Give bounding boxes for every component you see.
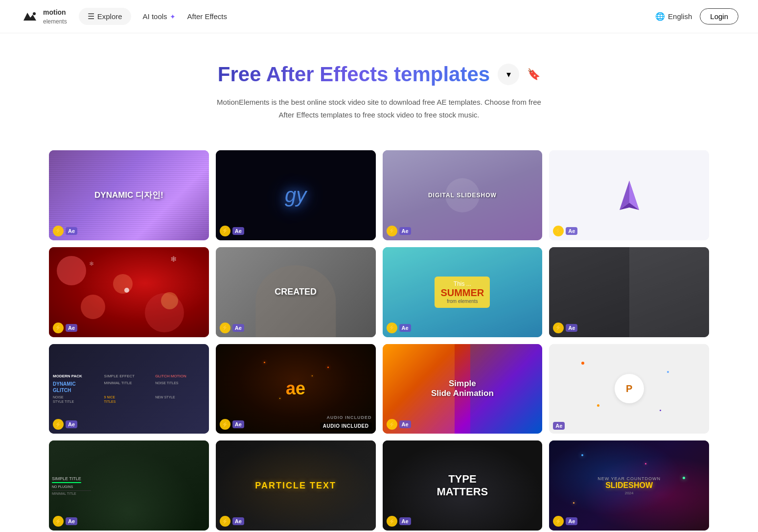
flash-badge: ⚡: [220, 226, 230, 236]
flash-badge: ⚡: [387, 323, 397, 333]
flash-badge: ⚡: [387, 226, 397, 236]
template-card-3[interactable]: DIGITAL SLIDESHOW ⚡ Ae: [383, 150, 543, 240]
flash-badge: ⚡: [53, 419, 64, 430]
logo-text: motion elements: [43, 8, 67, 25]
template-card-13[interactable]: SIMPLE TITLE NO PLUGINS MINIMAL TITLE ⚡ …: [49, 440, 209, 531]
after-effects-button[interactable]: After Effects: [187, 12, 227, 21]
flash-badge: ⚡: [553, 323, 564, 333]
card-5-badges: ⚡ Ae: [53, 323, 77, 333]
template-card-5[interactable]: ❄ ❄ ⚡ Ae: [49, 247, 209, 337]
header: motion elements ☰ Explore AI tools ✦ Aft…: [0, 0, 758, 33]
ae-badge: Ae: [566, 324, 577, 332]
bookmark-button[interactable]: 🔖: [527, 68, 540, 81]
card-4-badges: ⚡ Ae: [553, 226, 577, 236]
flash-badge: ⚡: [553, 516, 564, 527]
card-12-badges: Ae: [553, 422, 565, 430]
card-6-badges: ⚡ Ae: [220, 323, 244, 333]
card-13-badges: ⚡ Ae: [53, 516, 77, 527]
hero-description: MotionElements is the best online stock …: [213, 96, 546, 121]
page-title: Free After Effects templates: [218, 63, 490, 86]
template-card-9[interactable]: MODERN PACK SIMPLE EFFECT GLITCH MOTION …: [49, 344, 209, 434]
template-card-6[interactable]: CREATED ⚡ Ae: [216, 247, 376, 337]
ai-tools-button[interactable]: AI tools ✦: [143, 12, 176, 21]
template-card-1[interactable]: DYNAMIC 디자인! ⚡ Ae: [49, 150, 209, 240]
template-card-15[interactable]: TYPEMATTERS ⚡ Ae: [383, 440, 543, 531]
ae-badge: Ae: [566, 227, 577, 235]
template-grid-section: DYNAMIC 디자인! ⚡ Ae gy ⚡ Ae DIGITAL SLI: [0, 140, 758, 532]
flash-badge: ⚡: [53, 226, 64, 236]
card-1-badges: ⚡ Ae: [53, 226, 77, 236]
ae-badge: Ae: [232, 227, 244, 235]
hero-section: Free After Effects templates ▾ 🔖 MotionE…: [0, 33, 758, 140]
ae-badge: Ae: [66, 227, 77, 235]
card-11-badges: ⚡ Ae: [387, 419, 411, 430]
ae-badge: Ae: [566, 517, 577, 525]
ae-badge: Ae: [399, 420, 411, 428]
ae-badge: Ae: [399, 517, 411, 525]
audio-badge: AUDIO INCLUDED: [320, 422, 372, 430]
star-icon: ✦: [170, 13, 176, 21]
flash-badge: ⚡: [220, 419, 230, 430]
card-16-badges: ⚡ Ae: [553, 516, 577, 527]
ae-badge: Ae: [232, 420, 244, 428]
card-12-thumb: P: [549, 344, 709, 434]
hero-title-row: Free After Effects templates ▾ 🔖: [10, 63, 748, 86]
login-button[interactable]: Login: [700, 8, 738, 24]
ae-badge: Ae: [399, 324, 411, 332]
template-card-16[interactable]: NEW YEAR COUNTDOWN SLIDESHOW 2024 ⚡ Ae: [549, 440, 709, 531]
ae-badge: Ae: [232, 324, 244, 332]
chevron-down-icon: ▾: [506, 69, 511, 80]
explore-button[interactable]: ☰ Explore: [79, 8, 131, 25]
ae-badge: Ae: [66, 324, 77, 332]
card-15-badges: ⚡ Ae: [387, 516, 411, 527]
flash-badge: ⚡: [220, 323, 230, 333]
svg-point-0: [33, 12, 36, 15]
card-2-badges: ⚡ Ae: [220, 226, 244, 236]
ae-badge: Ae: [553, 422, 565, 430]
template-card-10[interactable]: ae AUDIO INCLUDED ⚡ Ae AUDIO INCLUDED: [216, 344, 376, 434]
ae-badge: Ae: [66, 517, 77, 525]
flash-badge: ⚡: [553, 226, 564, 236]
hamburger-icon: ☰: [88, 12, 94, 21]
flash-badge: ⚡: [387, 516, 397, 527]
globe-icon: 🌐: [655, 12, 665, 21]
header-left: motion elements ☰ Explore AI tools ✦ Aft…: [20, 7, 227, 26]
card-14-badges: ⚡ Ae: [220, 516, 244, 527]
card-7-badges: ⚡ Ae: [387, 323, 411, 333]
template-grid: DYNAMIC 디자인! ⚡ Ae gy ⚡ Ae DIGITAL SLI: [49, 150, 709, 531]
card-3-badges: ⚡ Ae: [387, 226, 411, 236]
logo[interactable]: motion elements: [20, 7, 67, 26]
card-10-badges: ⚡ Ae: [220, 419, 244, 430]
ae-badge: Ae: [399, 227, 411, 235]
template-card-11[interactable]: SimpleSlide Animation ⚡ Ae: [383, 344, 543, 434]
flash-badge: ⚡: [387, 419, 397, 430]
template-card-8[interactable]: ⚡ Ae: [549, 247, 709, 337]
template-card-14[interactable]: PARTICLE TEXT ⚡ Ae: [216, 440, 376, 531]
flash-badge: ⚡: [53, 516, 64, 527]
card-8-badges: ⚡ Ae: [553, 323, 577, 333]
card-9-badges: ⚡ Ae: [53, 419, 77, 430]
ae-badge: Ae: [66, 420, 77, 428]
template-card-12[interactable]: P Ae: [549, 344, 709, 434]
language-button[interactable]: 🌐 English: [655, 12, 692, 21]
template-card-7[interactable]: This ... SUMMER from elements ⚡ Ae: [383, 247, 543, 337]
template-card-4[interactable]: ⚡ Ae: [549, 150, 709, 240]
ae-badge: Ae: [232, 517, 244, 525]
title-dropdown-button[interactable]: ▾: [498, 64, 519, 85]
flash-badge: ⚡: [220, 516, 230, 527]
bookmark-icon: 🔖: [527, 68, 540, 80]
header-right: 🌐 English Login: [655, 8, 738, 24]
template-card-2[interactable]: gy ⚡ Ae: [216, 150, 376, 240]
flash-badge: ⚡: [53, 323, 64, 333]
